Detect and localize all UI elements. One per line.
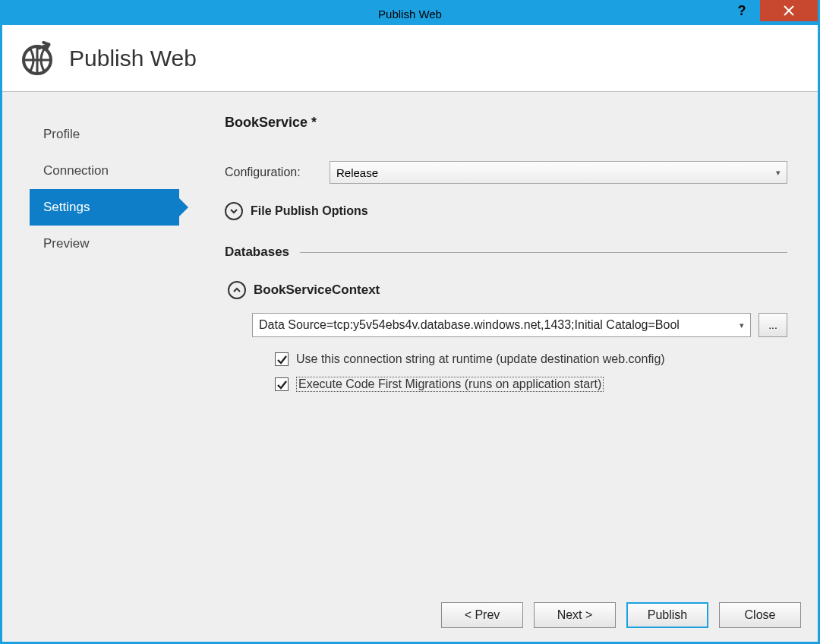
file-publish-options-label: File Publish Options <box>251 204 368 218</box>
connection-string-combobox[interactable]: Data Source=tcp:y5v54ebs4v.database.wind… <box>252 313 751 337</box>
next-button[interactable]: Next > <box>534 602 616 628</box>
databases-label: Databases <box>225 245 289 260</box>
execute-migrations-checkbox[interactable] <box>275 377 289 391</box>
close-button[interactable]: Close <box>719 602 801 628</box>
dialog-header: Publish Web <box>2 25 818 92</box>
use-connection-string-checkbox[interactable] <box>275 352 289 366</box>
nav-profile[interactable]: Profile <box>30 116 179 153</box>
nav-settings[interactable]: Settings <box>30 189 179 226</box>
dialog-body: Profile Connection Settings Preview Book… <box>2 92 818 589</box>
help-button[interactable]: ? <box>724 0 760 21</box>
configuration-row: Configuration: Release ▾ <box>225 161 787 184</box>
checkmark-icon <box>276 379 288 390</box>
connection-string-row: Data Source=tcp:y5v54ebs4v.database.wind… <box>252 313 787 337</box>
window-controls: ? <box>724 0 818 21</box>
nav-preview[interactable]: Preview <box>30 226 179 262</box>
nav-label: Connection <box>43 163 109 178</box>
configuration-dropdown[interactable]: Release ▾ <box>330 161 787 184</box>
titlebar: Publish Web ? <box>2 2 818 25</box>
chevron-down-icon: ▾ <box>740 320 744 330</box>
profile-name: BookService * <box>225 115 787 131</box>
close-icon <box>784 5 794 16</box>
execute-migrations-label: Execute Code First Migrations (runs on a… <box>296 377 604 392</box>
use-connection-string-row: Use this connection string at runtime (u… <box>275 352 787 366</box>
button-label: Publish <box>648 608 687 622</box>
dialog-footer: < Prev Next > Publish Close <box>2 589 818 642</box>
execute-migrations-row: Execute Code First Migrations (runs on a… <box>275 377 787 392</box>
db-context-expander[interactable]: BookServiceContext <box>228 281 787 299</box>
nav-label: Settings <box>43 200 90 215</box>
collapse-up-icon <box>228 281 246 299</box>
prev-button[interactable]: < Prev <box>441 602 523 628</box>
nav-label: Profile <box>43 127 80 142</box>
connection-string-value: Data Source=tcp:y5v54ebs4v.database.wind… <box>259 318 680 332</box>
expand-down-icon <box>225 202 243 220</box>
button-label: < Prev <box>465 608 500 622</box>
databases-section-header: Databases <box>225 245 787 260</box>
checkmark-icon <box>276 354 288 365</box>
button-label: Close <box>745 608 776 622</box>
nav-connection[interactable]: Connection <box>30 153 179 189</box>
configuration-value: Release <box>336 166 378 179</box>
nav-label: Preview <box>43 236 89 251</box>
dialog-title: Publish Web <box>69 46 197 71</box>
close-window-button[interactable] <box>760 0 818 21</box>
window-title: Publish Web <box>378 8 442 21</box>
button-label: Next > <box>557 608 593 622</box>
section-divider <box>300 252 787 253</box>
db-context-label: BookServiceContext <box>254 283 380 298</box>
wizard-sidebar: Profile Connection Settings Preview <box>2 92 179 589</box>
file-publish-options-expander[interactable]: File Publish Options <box>225 202 787 220</box>
use-connection-string-label: Use this connection string at runtime (u… <box>296 352 665 366</box>
publish-button[interactable]: Publish <box>626 602 708 628</box>
chevron-down-icon: ▾ <box>776 168 781 178</box>
publish-web-dialog: Publish Web ? Publish Web <box>0 0 820 644</box>
ellipsis-label: ... <box>768 319 777 331</box>
configuration-label: Configuration: <box>225 166 316 179</box>
globe-publish-icon <box>19 40 55 77</box>
connection-string-browse-button[interactable]: ... <box>758 313 787 337</box>
settings-panel: BookService * Configuration: Release ▾ F… <box>179 92 818 589</box>
